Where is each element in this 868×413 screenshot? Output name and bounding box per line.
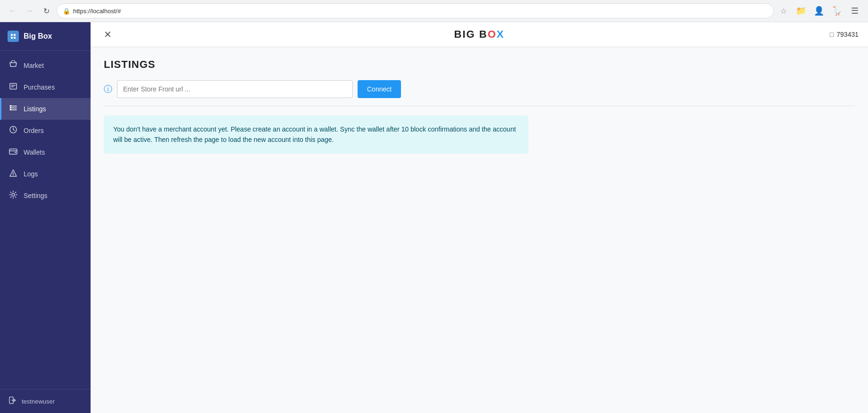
sidebar-logo: Big Box (0, 22, 91, 51)
page-body: LISTINGS ⓘ Connect You don't have a merc… (91, 47, 868, 413)
sidebar-item-label-wallets: Wallets (24, 149, 45, 156)
main-header-inner: ✕ BIG BOX □ 793431 (100, 27, 859, 42)
sidebar-item-wallets[interactable]: Wallets (0, 141, 91, 163)
svg-rect-10 (9, 149, 17, 154)
sidebar-item-logs[interactable]: Logs (0, 163, 91, 185)
sidebar-item-label-listings: Listings (24, 105, 46, 113)
bookmark-button[interactable]: ☆ (777, 6, 790, 17)
sidebar-item-market[interactable]: Market (0, 55, 91, 76)
logo-icon (8, 31, 19, 42)
logout-icon (8, 396, 17, 406)
sidebar-item-settings[interactable]: Settings (0, 185, 91, 206)
settings-icon (8, 190, 18, 201)
sidebar-footer: testnewuser (0, 389, 91, 413)
pocket-button[interactable]: 📁 (793, 3, 809, 18)
svg-point-13 (12, 193, 15, 196)
svg-rect-3 (11, 37, 13, 39)
browser-toolbar: ← → ↻ 🔒 ☆ 📁 👤 🪿 ☰ (0, 0, 868, 22)
url-input[interactable] (73, 8, 768, 15)
forward-button[interactable]: → (23, 4, 36, 17)
sidebar-item-label-logs: Logs (24, 170, 38, 178)
info-banner-text: You don't have a merchant account yet. P… (113, 125, 516, 143)
active-indicator (0, 98, 1, 120)
security-icon: 🔒 (63, 8, 70, 15)
address-bar: 🔒 (57, 3, 774, 18)
profile-button[interactable]: 👤 (811, 3, 826, 18)
svg-rect-5 (10, 83, 17, 89)
browser-icons: 📁 👤 🪿 ☰ (793, 3, 862, 18)
store-front-url-input[interactable] (117, 80, 353, 98)
connect-bar: ⓘ Connect (104, 80, 855, 106)
logs-icon (8, 169, 18, 179)
orders-icon (8, 125, 18, 136)
back-button[interactable]: ← (6, 4, 19, 17)
svg-rect-4 (14, 37, 16, 39)
close-icon: ✕ (104, 29, 112, 40)
market-icon (8, 60, 18, 71)
sidebar-nav: Market Purchases (0, 51, 91, 389)
sidebar-logo-label: Big Box (24, 32, 52, 41)
svg-rect-8 (10, 109, 11, 110)
reload-button[interactable]: ↻ (40, 4, 53, 17)
connect-button[interactable]: Connect (358, 80, 401, 98)
app-layout: Big Box Market Pur (0, 22, 868, 413)
sidebar-item-orders[interactable]: Orders (0, 120, 91, 141)
close-button[interactable]: ✕ (100, 27, 115, 42)
info-circle-icon: ⓘ (104, 83, 112, 95)
account-icon: □ (830, 31, 834, 38)
svg-rect-2 (14, 34, 16, 36)
account-info: □ 793431 (830, 31, 859, 38)
listings-icon (8, 104, 18, 114)
extensions-button[interactable]: 🪿 (829, 3, 844, 18)
account-id-value: 793431 (836, 31, 859, 38)
sidebar-item-purchases[interactable]: Purchases (0, 76, 91, 98)
brand-big: BIG (454, 28, 479, 40)
menu-button[interactable]: ☰ (847, 3, 862, 18)
svg-rect-11 (15, 152, 16, 153)
page-title: LISTINGS (104, 58, 855, 71)
svg-point-12 (13, 175, 14, 176)
svg-rect-6 (10, 105, 11, 107)
sidebar: Big Box Market Pur (0, 22, 91, 413)
main-header: ✕ BIG BOX □ 793431 (91, 22, 868, 47)
brand-bo: B (479, 28, 488, 40)
brand-logo: BIG BOX (454, 28, 505, 41)
sidebar-item-label-market: Market (24, 62, 44, 69)
purchases-icon (8, 82, 18, 92)
sidebar-item-listings[interactable]: Listings (0, 98, 91, 120)
sidebar-footer-username: testnewuser (22, 398, 55, 405)
sidebar-item-label-settings: Settings (24, 192, 48, 199)
browser-chrome: ← → ↻ 🔒 ☆ 📁 👤 🪿 ☰ (0, 0, 868, 22)
svg-rect-1 (11, 34, 13, 36)
info-banner: You don't have a merchant account yet. P… (104, 116, 528, 154)
sidebar-item-label-orders: Orders (24, 127, 44, 134)
brand-x-colored: X (497, 28, 505, 40)
svg-rect-0 (9, 33, 17, 40)
main-content: ✕ BIG BOX □ 793431 LISTINGS ⓘ Connect (91, 22, 868, 413)
wallets-icon (8, 147, 18, 157)
sidebar-item-label-purchases: Purchases (24, 83, 55, 91)
svg-rect-7 (10, 107, 11, 108)
brand-o-colored: O (488, 28, 497, 40)
